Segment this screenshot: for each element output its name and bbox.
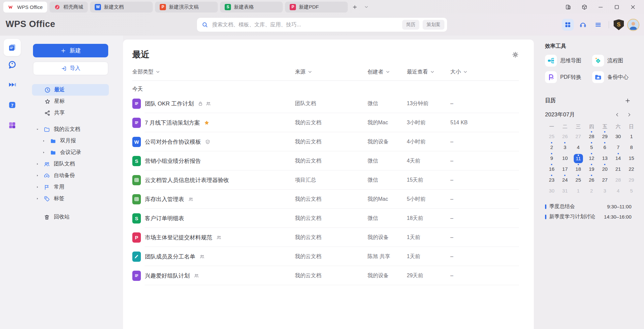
- sidebar-item-star[interactable]: 星标: [32, 96, 109, 107]
- caret-right-icon[interactable]: [42, 151, 46, 154]
- calendar-day[interactable]: 24: [558, 174, 571, 185]
- calendar-day[interactable]: 23: [545, 174, 558, 185]
- calendar-day[interactable]: 3: [598, 185, 611, 196]
- calendar-day[interactable]: 25: [545, 131, 558, 142]
- chevron-right-icon[interactable]: [627, 112, 631, 117]
- tool-mindmap[interactable]: 思维导图: [545, 55, 592, 67]
- calendar-event[interactable]: 季度总结会 9:30–11:00: [545, 201, 631, 212]
- calendar-day[interactable]: 5: [585, 142, 598, 153]
- chevron-left-icon[interactable]: [615, 112, 620, 117]
- file-row[interactable]: S 营销小组业绩分析报告 我的云文档 微信 4天前 –: [132, 151, 519, 170]
- calendar-day[interactable]: 4: [611, 185, 625, 196]
- tree-item[interactable]: 会议记录: [32, 147, 109, 158]
- tree-item[interactable]: 团队文档: [32, 158, 109, 170]
- calendar-day[interactable]: 28: [585, 131, 598, 142]
- tool-backup[interactable]: 备份中心: [592, 71, 634, 83]
- tab[interactable]: W新建文档: [90, 2, 153, 13]
- search-tag-plan[interactable]: 策划案: [423, 20, 444, 30]
- calendar-day[interactable]: 30: [545, 185, 558, 196]
- calendar-day[interactable]: 7: [611, 142, 625, 153]
- add-event-icon[interactable]: [625, 98, 631, 104]
- tool-pdfconv[interactable]: PDF转换: [545, 71, 592, 83]
- calendar-day[interactable]: 3: [558, 142, 571, 153]
- calendar-day[interactable]: 2: [545, 142, 558, 153]
- tab[interactable]: P新建演示文稿: [155, 2, 218, 13]
- vip-badge[interactable]: S: [614, 19, 624, 30]
- calendar-day[interactable]: 20: [598, 164, 611, 174]
- calendar-day[interactable]: 13: [598, 153, 611, 164]
- caret-right-icon[interactable]: [42, 139, 46, 143]
- rail-item-calendar[interactable]: 7: [4, 96, 21, 113]
- new-tab-button[interactable]: [350, 2, 359, 12]
- sidebar-item-share[interactable]: 共享: [32, 107, 109, 119]
- calendar-day[interactable]: 19: [585, 164, 598, 174]
- tree-item[interactable]: 自动备份: [32, 170, 109, 181]
- file-row[interactable]: W 公司对外合作协议模板 我的云文档 我的设备 4小时前 –: [132, 132, 519, 151]
- filter-dropdown[interactable]: 来源: [295, 69, 368, 75]
- panel-toggle-icon[interactable]: [565, 4, 571, 10]
- calendar-day[interactable]: 29: [598, 131, 611, 142]
- close-icon[interactable]: [630, 4, 636, 10]
- calendar-day[interactable]: 22: [625, 164, 638, 174]
- tab-list-button[interactable]: [362, 2, 371, 12]
- sidebar-item-trash[interactable]: 回收站: [32, 211, 109, 223]
- rail-item-chat[interactable]: [4, 56, 21, 73]
- rail-item-documents[interactable]: [4, 39, 21, 56]
- caret-right-icon[interactable]: [36, 174, 39, 177]
- rail-item-apps[interactable]: [4, 117, 21, 134]
- calendar-day[interactable]: 1: [625, 131, 638, 142]
- import-button[interactable]: 导入: [33, 62, 108, 75]
- caret-down-icon[interactable]: [36, 128, 39, 131]
- tab[interactable]: 稻壳商城: [49, 2, 88, 13]
- file-row[interactable]: 兴趣爱好组队计划 我的云文档 我的设备 29天前 –: [132, 266, 519, 285]
- rail-item-meeting[interactable]: [4, 76, 21, 93]
- tab[interactable]: P新建PDF: [285, 2, 348, 13]
- apps-grid-button[interactable]: [562, 19, 574, 31]
- gear-icon[interactable]: [512, 51, 519, 58]
- tab[interactable]: S新建表格: [220, 2, 283, 13]
- file-row[interactable]: 云文档管人员信息统计表理器验收 项目汇总 微信 15天前 –: [132, 170, 519, 190]
- tree-item[interactable]: 双月报: [32, 135, 109, 147]
- filter-dropdown[interactable]: 全部类型: [132, 69, 295, 75]
- tab[interactable]: WPS Office: [3, 2, 47, 13]
- caret-right-icon[interactable]: [36, 197, 39, 200]
- tree-item[interactable]: 标签: [32, 193, 109, 204]
- calendar-day[interactable]: 10: [558, 153, 571, 164]
- search-input[interactable]: [211, 21, 399, 28]
- file-row[interactable]: 库存出入管理表 我的云文档 我的Mac 5小时前 –: [132, 190, 519, 209]
- calendar-day[interactable]: 15: [625, 153, 638, 164]
- calendar-day[interactable]: 2: [585, 185, 598, 196]
- calendar-day[interactable]: 26: [585, 174, 598, 185]
- calendar-day[interactable]: 4: [572, 142, 585, 153]
- caret-right-icon[interactable]: [36, 185, 39, 189]
- calendar-day[interactable]: 8: [625, 142, 638, 153]
- search-bar[interactable]: 简历 策划案: [197, 18, 447, 32]
- workspace-box-icon[interactable]: [581, 4, 588, 10]
- calendar-day[interactable]: 12: [585, 153, 598, 164]
- file-row[interactable]: S 客户订单明细表 我的云文档 微信 18天前 –: [132, 209, 519, 228]
- calendar-day[interactable]: 18: [572, 164, 585, 174]
- calendar-day[interactable]: 14: [611, 153, 625, 164]
- calendar-day[interactable]: 29: [625, 174, 638, 185]
- sidebar-item-clock[interactable]: 最近: [32, 84, 109, 96]
- calendar-day[interactable]: 28: [611, 174, 625, 185]
- support-button[interactable]: [577, 19, 589, 31]
- task-list-button[interactable]: [592, 19, 604, 31]
- user-avatar[interactable]: [627, 19, 639, 31]
- search-tag-resume[interactable]: 简历: [402, 20, 419, 30]
- calendar-day[interactable]: 1: [572, 185, 585, 196]
- calendar-day[interactable]: 31: [558, 185, 571, 196]
- calendar-day[interactable]: 27: [598, 174, 611, 185]
- file-row[interactable]: 7 月线下活动策划方案 我的云文档 我的Mac 3小时前 514 KB: [132, 113, 519, 132]
- file-row[interactable]: 团队 OKR 工作计划 团队文档 微信 13分钟前 –: [132, 94, 519, 113]
- file-row[interactable]: 团队成员及分工名单 我的云文档 陈旭 共享 1天前 –: [132, 247, 519, 266]
- new-document-button[interactable]: 新建: [33, 44, 108, 57]
- filter-dropdown[interactable]: 大小: [450, 69, 519, 75]
- tree-item[interactable]: 常用: [32, 181, 109, 193]
- calendar-event[interactable]: 新季度学习计划讨论 14:30–16:00: [545, 212, 631, 222]
- calendar-day[interactable]: 30: [611, 131, 625, 142]
- minimize-icon[interactable]: [597, 4, 604, 10]
- calendar-day[interactable]: 26: [558, 131, 571, 142]
- caret-right-icon[interactable]: [36, 162, 39, 166]
- calendar-day[interactable]: 27: [572, 131, 585, 142]
